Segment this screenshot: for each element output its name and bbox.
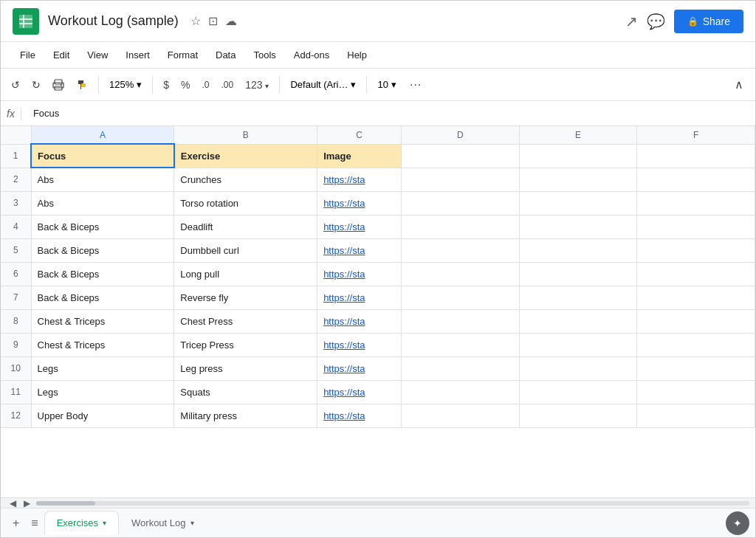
cell-7-F[interactable] bbox=[637, 286, 755, 309]
cell-12-C[interactable]: https://sta bbox=[317, 404, 402, 427]
cell-7-C[interactable]: https://sta bbox=[317, 286, 402, 309]
cell-12-A[interactable]: Upper Body bbox=[31, 404, 174, 427]
currency-button[interactable]: $ bbox=[159, 76, 173, 94]
cell-7-B[interactable]: Reverse fly bbox=[174, 286, 317, 309]
cell-2-E[interactable] bbox=[519, 168, 637, 191]
tab-exercises[interactable]: Exercises ▾ bbox=[44, 511, 119, 535]
explore-button[interactable]: ✦ bbox=[726, 511, 749, 535]
menu-tools[interactable]: Tools bbox=[246, 46, 283, 63]
cell-6-C[interactable]: https://sta bbox=[317, 262, 402, 286]
cell-1-F[interactable] bbox=[637, 144, 755, 168]
cell-8-D[interactable] bbox=[402, 309, 520, 333]
cell-9-C[interactable]: https://sta bbox=[317, 333, 402, 356]
cell-8-C[interactable]: https://sta bbox=[317, 309, 402, 333]
col-header-B[interactable]: B bbox=[174, 126, 317, 144]
cell-1-B[interactable]: Exercise bbox=[174, 144, 317, 168]
cell-2-C[interactable]: https://sta bbox=[317, 168, 402, 191]
share-button[interactable]: 🔒 Share bbox=[674, 10, 743, 33]
cell-12-D[interactable] bbox=[402, 404, 520, 427]
cell-4-B[interactable]: Deadlift bbox=[174, 215, 317, 238]
cell-6-D[interactable] bbox=[402, 262, 520, 286]
redo-button[interactable]: ↻ bbox=[27, 76, 45, 94]
scroll-right-arrow[interactable]: ▶ bbox=[21, 497, 33, 508]
cell-4-D[interactable] bbox=[402, 215, 520, 238]
cell-8-F[interactable] bbox=[637, 309, 755, 333]
cell-2-D[interactable] bbox=[402, 168, 520, 191]
cell-2-F[interactable] bbox=[637, 168, 755, 191]
cell-6-B[interactable]: Long pull bbox=[174, 262, 317, 286]
cell-7-A[interactable]: Back & Biceps bbox=[31, 286, 174, 309]
cell-6-E[interactable] bbox=[519, 262, 637, 286]
cell-9-B[interactable]: Tricep Press bbox=[174, 333, 317, 356]
col-header-E[interactable]: E bbox=[519, 126, 637, 144]
cell-3-B[interactable]: Torso rotation bbox=[174, 191, 317, 215]
cell-4-E[interactable] bbox=[519, 215, 637, 238]
menu-file[interactable]: File bbox=[13, 46, 43, 63]
menu-insert[interactable]: Insert bbox=[118, 46, 157, 63]
cell-5-D[interactable] bbox=[402, 238, 520, 262]
font-size-selector[interactable]: 10 ▾ bbox=[373, 77, 400, 92]
print-button[interactable] bbox=[48, 76, 69, 94]
menu-format[interactable]: Format bbox=[160, 46, 205, 63]
cell-8-E[interactable] bbox=[519, 309, 637, 333]
cell-12-F[interactable] bbox=[637, 404, 755, 427]
cloud-icon[interactable]: ☁ bbox=[225, 14, 237, 28]
cell-11-C[interactable]: https://sta bbox=[317, 380, 402, 404]
cell-11-E[interactable] bbox=[519, 380, 637, 404]
cell-10-F[interactable] bbox=[637, 356, 755, 380]
cell-3-C[interactable]: https://sta bbox=[317, 191, 402, 215]
cell-2-A[interactable]: Abs bbox=[31, 168, 174, 191]
cell-3-A[interactable]: Abs bbox=[31, 191, 174, 215]
format-number-button[interactable]: 123 ▾ bbox=[241, 76, 273, 94]
menu-help[interactable]: Help bbox=[340, 46, 374, 63]
scroll-track[interactable] bbox=[36, 501, 749, 506]
cell-7-D[interactable] bbox=[402, 286, 520, 309]
cell-5-F[interactable] bbox=[637, 238, 755, 262]
decimal-decrease-button[interactable]: .0 bbox=[198, 77, 214, 93]
cell-10-D[interactable] bbox=[402, 356, 520, 380]
menu-addons[interactable]: Add-ons bbox=[286, 46, 337, 63]
cell-5-A[interactable]: Back & Biceps bbox=[31, 238, 174, 262]
cell-9-D[interactable] bbox=[402, 333, 520, 356]
cell-4-F[interactable] bbox=[637, 215, 755, 238]
cell-5-B[interactable]: Dumbbell curl bbox=[174, 238, 317, 262]
cell-10-E[interactable] bbox=[519, 356, 637, 380]
scroll-left-arrow[interactable]: ◀ bbox=[7, 497, 19, 508]
cell-1-E[interactable] bbox=[519, 144, 637, 168]
cell-12-B[interactable]: Military press bbox=[174, 404, 317, 427]
menu-view[interactable]: View bbox=[80, 46, 115, 63]
cell-4-A[interactable]: Back & Biceps bbox=[31, 215, 174, 238]
cell-7-E[interactable] bbox=[519, 286, 637, 309]
more-options-button[interactable]: ··· bbox=[404, 75, 427, 94]
cell-11-B[interactable]: Squats bbox=[174, 380, 317, 404]
undo-button[interactable]: ↺ bbox=[7, 76, 24, 94]
comment-icon[interactable]: 💬 bbox=[647, 13, 665, 30]
col-header-D[interactable]: D bbox=[402, 126, 520, 144]
cell-3-E[interactable] bbox=[519, 191, 637, 215]
cell-9-F[interactable] bbox=[637, 333, 755, 356]
menu-data[interactable]: Data bbox=[208, 46, 243, 63]
cell-9-A[interactable]: Chest & Triceps bbox=[31, 333, 174, 356]
cell-8-B[interactable]: Chest Press bbox=[174, 309, 317, 333]
tab-exercises-dropdown[interactable]: ▾ bbox=[103, 519, 106, 527]
decimal-increase-button[interactable]: .00 bbox=[217, 77, 238, 93]
tab-workout-log[interactable]: Workout Log ▾ bbox=[119, 511, 206, 535]
cell-2-B[interactable]: Crunches bbox=[174, 168, 317, 191]
collapse-toolbar-button[interactable]: ∧ bbox=[729, 75, 749, 94]
cell-6-A[interactable]: Back & Biceps bbox=[31, 262, 174, 286]
analytics-icon[interactable]: ↗ bbox=[625, 13, 638, 30]
cell-4-C[interactable]: https://sta bbox=[317, 215, 402, 238]
cell-1-C[interactable]: Image bbox=[317, 144, 402, 168]
cell-1-D[interactable] bbox=[402, 144, 520, 168]
folder-icon[interactable]: ⊡ bbox=[208, 14, 218, 28]
cell-10-B[interactable]: Leg press bbox=[174, 356, 317, 380]
col-header-F[interactable]: F bbox=[637, 126, 755, 144]
zoom-selector[interactable]: 125% ▾ bbox=[105, 77, 146, 92]
horizontal-scrollbar[interactable]: ◀ ▶ bbox=[1, 497, 755, 508]
sheet-menu-button[interactable]: ≡ bbox=[25, 514, 44, 533]
percent-button[interactable]: % bbox=[176, 76, 194, 94]
cell-5-E[interactable] bbox=[519, 238, 637, 262]
cell-10-A[interactable]: Legs bbox=[31, 356, 174, 380]
cell-10-C[interactable]: https://sta bbox=[317, 356, 402, 380]
paintformat-button[interactable] bbox=[72, 76, 92, 94]
